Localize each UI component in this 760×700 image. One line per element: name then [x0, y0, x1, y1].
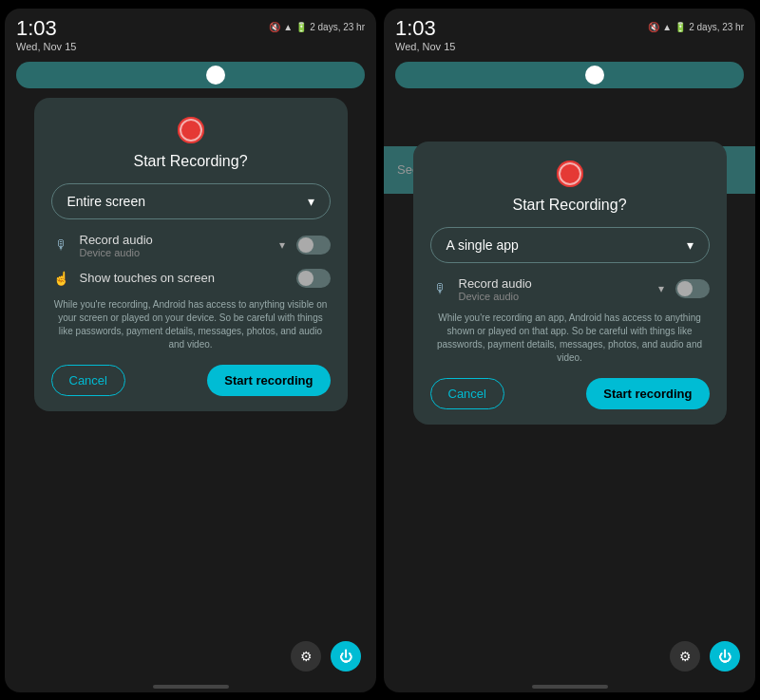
cancel-button-left[interactable]: Cancel [51, 365, 125, 396]
gear-button-right[interactable]: ⚙ [670, 641, 700, 672]
mic-icon-left: 🎙 [51, 235, 72, 255]
audio-dropdown-arrow-left[interactable]: ▾ [279, 238, 285, 252]
battery-text-right: 2 days, 23 hr [689, 22, 744, 32]
screen-content-left: Start Recording? Entire screen ▾ 🎙 Recor… [5, 94, 376, 634]
dialog-title-right: Start Recording? [430, 197, 710, 214]
dialog-card-left: Start Recording? Entire screen ▾ 🎙 Recor… [34, 98, 348, 411]
date-left: Wed, Nov 15 [16, 41, 76, 52]
wifi-icon-right: ▲ [662, 22, 672, 32]
status-bar-left: 1:03 Wed, Nov 15 🔇 ▲ 🔋 2 days, 23 hr [5, 9, 376, 56]
record-audio-text-left: Record audio Device audio [80, 233, 272, 258]
record-audio-text-right: Record audio Device audio [459, 276, 651, 302]
left-phone-screen: 1:03 Wed, Nov 15 🔇 ▲ 🔋 2 days, 23 hr St [5, 9, 376, 692]
record-audio-toggle-left[interactable] [296, 236, 331, 255]
record-audio-toggle-right[interactable] [675, 279, 710, 298]
power-icon-left: ⏻ [339, 649, 352, 664]
record-audio-sub-right: Device audio [459, 291, 651, 302]
status-bar-right: 1:03 Wed, Nov 15 🔇 ▲ 🔋 2 days, 23 hr [384, 9, 755, 56]
home-indicator-left [153, 685, 229, 689]
progress-bar-right[interactable] [395, 62, 744, 88]
record-audio-knob-left [298, 237, 314, 253]
progress-bar-container-right [384, 56, 755, 94]
show-touches-toggle-left[interactable] [296, 269, 331, 288]
record-audio-row-right: 🎙 Record audio Device audio ▾ [430, 276, 710, 302]
record-icon-left [178, 117, 204, 143]
record-icon-right [557, 161, 583, 187]
dialog-buttons-left: Cancel Start recording [51, 365, 331, 396]
battery-text: 2 days, 23 hr [310, 22, 365, 32]
show-touches-text-left: Show touches on screen [80, 271, 289, 285]
dialog-card-right: Start Recording? A single app ▾ 🎙 Record… [413, 142, 727, 425]
dialog-title-left: Start Recording? [51, 153, 331, 170]
home-indicator-right [532, 685, 608, 689]
gear-icon-right: ⚙ [679, 649, 692, 664]
right-phone-screen: 1:03 Wed, Nov 15 🔇 ▲ 🔋 2 days, 23 hr Sec… [384, 9, 755, 692]
show-touches-knob-left [298, 271, 314, 286]
warning-text-left: While you're recording, Android has acce… [51, 298, 331, 351]
show-touches-row-left: ☝ Show touches on screen [51, 268, 331, 289]
touch-icon-left: ☝ [51, 268, 72, 289]
record-icon-outer [178, 117, 204, 143]
audio-dropdown-arrow-right[interactable]: ▾ [658, 282, 664, 295]
mic-icon-right: 🎙 [430, 278, 451, 299]
record-icon-outer-right [557, 161, 583, 187]
record-audio-sub-left: Device audio [80, 247, 272, 258]
battery-icon: 🔋 [295, 22, 307, 32]
dropdown-value-right: A single app [446, 237, 519, 253]
date-right: Wed, Nov 15 [395, 41, 455, 52]
dialog-buttons-right: Cancel Start recording [430, 378, 710, 409]
chevron-down-icon: ▾ [308, 194, 314, 209]
progress-bar-container-left [5, 56, 376, 94]
dropdown-selector-left[interactable]: Entire screen ▾ [51, 183, 331, 219]
power-button-left[interactable]: ⏻ [331, 641, 361, 672]
dropdown-value-left: Entire screen [67, 194, 145, 209]
chevron-down-icon-right: ▾ [687, 237, 694, 253]
cancel-button-right[interactable]: Cancel [430, 378, 504, 409]
start-recording-button-right[interactable]: Start recording [586, 378, 709, 409]
progress-knob-right[interactable] [585, 66, 604, 85]
show-touches-label-left: Show touches on screen [80, 271, 289, 285]
power-button-right[interactable]: ⏻ [710, 641, 740, 672]
status-icons-right: 🔇 ▲ 🔋 2 days, 23 hr [648, 22, 744, 32]
warning-text-right: While you're recording an app, Android h… [430, 312, 710, 365]
record-audio-row-left: 🎙 Record audio Device audio ▾ [51, 233, 331, 258]
record-audio-label-right: Record audio [459, 276, 651, 291]
battery-icon-right: 🔋 [674, 22, 686, 32]
record-audio-label-left: Record audio [80, 233, 272, 247]
wifi-icon: ▲ [283, 22, 293, 32]
screen-content-right: Start Recording? A single app ▾ 🎙 Record… [384, 94, 755, 634]
power-icon-right: ⏻ [718, 649, 732, 664]
mute-icon-right: 🔇 [648, 22, 659, 32]
record-audio-knob-right [677, 281, 693, 296]
progress-knob-left[interactable] [206, 66, 225, 85]
bottom-bar-left: ⚙ ⏻ [5, 634, 376, 681]
bottom-bar-right: ⚙ ⏻ [384, 634, 755, 681]
time-right: 1:03 [395, 16, 455, 41]
gear-icon-left: ⚙ [300, 649, 313, 664]
dropdown-selector-right[interactable]: A single app ▾ [430, 227, 710, 263]
gear-button-left[interactable]: ⚙ [291, 641, 321, 672]
time-left: 1:03 [16, 16, 76, 41]
progress-bar-left[interactable] [16, 62, 365, 88]
status-icons-left: 🔇 ▲ 🔋 2 days, 23 hr [269, 22, 365, 32]
mute-icon: 🔇 [269, 22, 280, 32]
start-recording-button-left[interactable]: Start recording [207, 365, 330, 396]
